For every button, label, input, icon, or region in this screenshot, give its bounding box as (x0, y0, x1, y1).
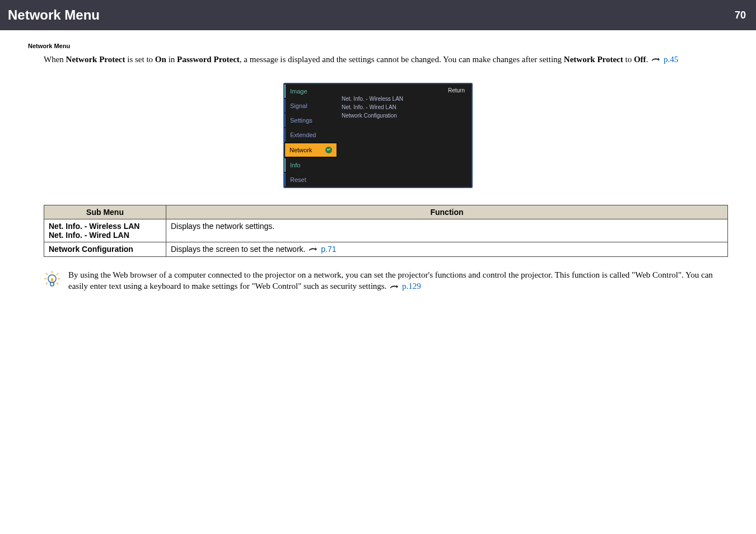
text-bold: Network Protect (66, 55, 125, 64)
table-row: Network Configuration Displays the scree… (44, 242, 728, 256)
text: in (166, 55, 177, 64)
intro-paragraph: When Network Protect is set to On in Pas… (28, 54, 728, 66)
svg-line-2 (57, 273, 58, 275)
text-bold: On (155, 55, 166, 64)
svg-line-1 (46, 273, 48, 275)
page-content: Network Menu When Network Protect is set… (0, 30, 756, 293)
page-header: Network Menu 70 (0, 0, 756, 30)
osd-item-extended[interactable]: Extended (284, 128, 337, 142)
tip-block: By using the Web browser of a computer c… (28, 269, 728, 293)
osd-item-info[interactable]: Info (284, 158, 337, 172)
text-bold: Password Protect (177, 55, 240, 64)
osd-item-reset[interactable]: Reset (284, 173, 337, 186)
enter-icon: ↵ (325, 147, 332, 153)
cell-function: Displays the network settings. (166, 219, 728, 242)
tip-text: By using the Web browser of a computer c… (68, 269, 728, 293)
col-header-submenu: Sub Menu (44, 205, 166, 219)
page-title: Network Menu (8, 7, 100, 23)
osd-menu: Image Signal Settings Extended Network ↵… (283, 83, 473, 188)
lightbulb-icon (44, 270, 60, 292)
text: Net. Info. - Wireless LAN (49, 222, 161, 231)
section-label: Network Menu (28, 43, 728, 49)
cross-ref-link[interactable]: p.45 (664, 55, 678, 64)
pointer-icon (651, 54, 660, 65)
osd-sidebar: Image Signal Settings Extended Network ↵… (284, 84, 337, 187)
text: to (623, 55, 634, 64)
text: , a message is displayed and the setting… (240, 55, 564, 64)
cell-submenu: Net. Info. - Wireless LAN Net. Info. - W… (44, 219, 166, 242)
osd-subitem[interactable]: Net. Info. - Wireless LAN (342, 95, 467, 103)
text: Net. Info. - Wired LAN (49, 231, 161, 240)
text: . (646, 55, 651, 64)
text: When (44, 55, 66, 64)
col-header-function: Function (166, 205, 728, 219)
cross-ref-link[interactable]: p.129 (402, 282, 421, 291)
osd-item-signal[interactable]: Signal (284, 99, 337, 113)
table-header-row: Sub Menu Function (44, 205, 728, 219)
svg-line-6 (57, 283, 58, 284)
cross-ref-link[interactable]: p.71 (321, 245, 336, 254)
osd-item-image[interactable]: Image (284, 85, 337, 98)
cell-function: Displays the screen to set the network. … (166, 242, 728, 256)
cell-submenu: Network Configuration (44, 242, 166, 256)
pointer-icon (390, 282, 399, 293)
osd-item-network[interactable]: Network ↵ (284, 143, 337, 157)
function-table: Sub Menu Function Net. Info. - Wireless … (44, 205, 728, 257)
text-bold: Network Protect (564, 55, 623, 64)
svg-line-5 (46, 283, 48, 284)
table-row: Net. Info. - Wireless LAN Net. Info. - W… (44, 219, 728, 242)
page-number: 70 (735, 10, 746, 21)
osd-item-settings[interactable]: Settings (284, 114, 337, 127)
osd-panel: Return Net. Info. - Wireless LAN Net. In… (337, 84, 472, 187)
text: is set to (125, 55, 155, 64)
text: Displays the screen to set the network. (171, 245, 307, 254)
osd-return-label[interactable]: Return (342, 87, 467, 93)
osd-subitem[interactable]: Net. Info. - Wired LAN (342, 103, 467, 111)
osd-screenshot: Image Signal Settings Extended Network ↵… (28, 83, 728, 188)
osd-subitem[interactable]: Network Configuration (342, 111, 467, 120)
osd-item-label: Network (290, 147, 312, 153)
text-bold: Off (634, 55, 646, 64)
pointer-icon (309, 245, 318, 254)
